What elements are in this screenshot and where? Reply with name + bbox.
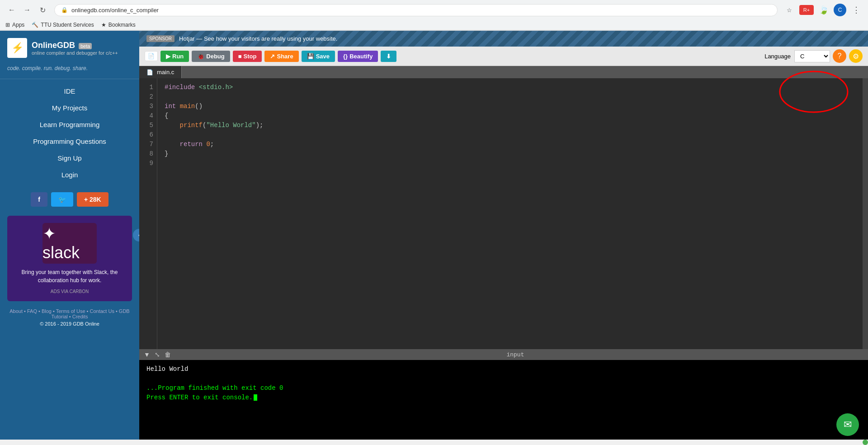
logo-icon: ⚡ — [7, 38, 27, 58]
ttu-label: TTU Student Services — [41, 22, 94, 28]
download-icon: ⬇ — [386, 53, 391, 60]
ads-via-label: ADS VIA CARBON — [51, 289, 89, 294]
sidebar-item-ide[interactable]: IDE — [0, 83, 139, 99]
bookmarks-bar: ⊞ Apps 🔨 TTU Student Services ★ Bookmark… — [0, 20, 868, 30]
console-container: ▼ ⤡ 🗑 input Hello World ...Program finis… — [139, 349, 868, 440]
logo-lightning: ⚡ — [11, 42, 24, 54]
logo-area: ⚡ OnlineGDB beta online compiler and deb… — [0, 31, 139, 62]
console-collapse-button[interactable]: ▼ — [144, 351, 150, 358]
console-line-exit: ...Program finished with exit code 0 — [146, 383, 861, 393]
sidebar-item-login[interactable]: Login — [0, 166, 139, 183]
console-output: Hello World ...Program finished with exi… — [139, 360, 868, 440]
slack-ad: ✦ slack Bring your team together with Sl… — [7, 216, 132, 301]
console-line-hello: Hello World — [146, 365, 861, 374]
menu-button[interactable]: ⋮ — [850, 4, 863, 16]
logo-beta: beta — [79, 43, 92, 49]
share-icon: ↗ — [270, 53, 275, 60]
file-tabs: 📄 main.c — [139, 66, 868, 78]
slack-ad-text: Bring your team together with Slack, the… — [14, 268, 125, 284]
chat-icon: ✉ — [844, 419, 852, 431]
file-icon: 📄 — [146, 69, 153, 76]
help-button[interactable]: ? — [833, 49, 846, 63]
share-button[interactable]: ↗ Share — [264, 51, 298, 62]
copyright: © 2016 - 2019 GDB Online — [7, 321, 132, 327]
sidebar-item-programming-questions[interactable]: Programming Questions — [0, 133, 139, 150]
apps-label: Apps — [12, 22, 24, 28]
console-clear-button[interactable]: 🗑 — [165, 351, 171, 358]
save-button[interactable]: 💾 Save — [302, 51, 335, 62]
slack-hash-icon: ✦ slack — [42, 224, 97, 262]
extension-leaf-button[interactable]: 🍃 — [817, 4, 830, 16]
slack-logo: ✦ slack — [42, 223, 97, 264]
download-button[interactable]: ⬇ — [381, 51, 396, 62]
reload-button[interactable]: ↻ — [36, 4, 49, 16]
sidebar-tagline: code. compile. run. debug. share. — [0, 62, 139, 79]
address-bar[interactable]: 🔒 onlinegdb.com/online_c_compiler — [54, 4, 778, 16]
extension-r-button[interactable]: R+ — [799, 5, 814, 15]
sidebar-item-my-projects[interactable]: My Projects — [0, 99, 139, 116]
bookmark-apps[interactable]: ⊞ Apps — [5, 22, 24, 28]
editor-container: 📄 main.c 1 2 3 4 5 6 7 8 9 #include <std… — [139, 66, 868, 440]
save-icon: 💾 — [307, 53, 314, 60]
sidebar-item-sign-up[interactable]: Sign Up — [0, 150, 139, 166]
star-button[interactable]: ☆ — [783, 4, 796, 16]
new-file-button[interactable]: 📄 — [145, 51, 158, 61]
forward-button[interactable]: → — [21, 4, 33, 16]
sidebar-item-learn-programming[interactable]: Learn Programming — [0, 116, 139, 133]
nav-buttons: ← → ↻ — [5, 4, 49, 16]
bookmarks-label: Bookmarks — [108, 22, 136, 28]
editor-toolbar: 📄 ▶ Run 🐞 Debug ■ Stop ↗ Share 💾 Save — [139, 47, 868, 66]
sidebar-nav: IDE My Projects Learn Programming Progra… — [0, 79, 139, 187]
browser-chrome: ← → ↻ 🔒 onlinegdb.com/online_c_compiler … — [0, 0, 868, 31]
sidebar: ⚡ OnlineGDB beta online compiler and deb… — [0, 31, 139, 440]
settings-button[interactable]: ⚙ — [849, 49, 863, 63]
file-tab-main[interactable]: 📄 main.c — [139, 66, 182, 78]
user-avatar-button[interactable]: C — [834, 4, 846, 16]
console-line-press: Press ENTER to exit console. — [146, 393, 861, 402]
star-bookmark-icon: ★ — [101, 22, 106, 28]
debug-icon: 🐞 — [197, 53, 204, 60]
plus-count-button[interactable]: + 28K — [77, 192, 108, 207]
content-area: SPONSOR Hotjar — See how your visitors a… — [139, 31, 868, 440]
back-button[interactable]: ← — [5, 4, 18, 16]
lock-icon: 🔒 — [61, 7, 68, 13]
beautify-button[interactable]: {} Beautify — [338, 51, 378, 62]
run-icon: ▶ — [166, 53, 170, 60]
stop-button[interactable]: ■ Stop — [233, 51, 262, 62]
beautify-icon: {} — [343, 53, 348, 60]
ttu-icon: 🔨 — [32, 22, 38, 28]
sponsor-bar: SPONSOR Hotjar — See how your visitors a… — [139, 31, 868, 47]
logo-text: OnlineGDB beta online compiler and debug… — [32, 41, 118, 56]
language-select[interactable]: C C++ Python Java — [794, 50, 830, 62]
bookmark-ttu[interactable]: 🔨 TTU Student Services — [32, 22, 94, 28]
debug-button[interactable]: 🐞 Debug — [192, 51, 230, 62]
chat-bubble-button[interactable]: ✉ — [836, 413, 859, 436]
footer-links: About • FAQ • Blog • Terms of Use • Cont… — [7, 308, 132, 319]
run-button[interactable]: ▶ Run — [160, 51, 189, 62]
url-text: onlinegdb.com/online_c_compiler — [71, 7, 159, 14]
language-label: Language — [764, 53, 791, 60]
editor-scrollbar[interactable] — [863, 78, 868, 349]
line-numbers: 1 2 3 4 5 6 7 8 9 — [139, 78, 157, 349]
console-input-label: input — [175, 351, 855, 358]
bookmark-bookmarks[interactable]: ★ Bookmarks — [101, 22, 136, 28]
browser-actions: ☆ R+ 🍃 C ⋮ — [783, 4, 863, 16]
stop-icon: ■ — [238, 53, 242, 60]
main-container: ⚡ OnlineGDB beta online compiler and deb… — [0, 31, 868, 440]
apps-icon: ⊞ — [5, 22, 10, 28]
sidebar-social: f 🐦 + 28K — [0, 187, 139, 212]
console-toolbar: ▼ ⤡ 🗑 input — [139, 349, 868, 360]
browser-toolbar: ← → ↻ 🔒 onlinegdb.com/online_c_compiler … — [0, 0, 868, 20]
logo-title: OnlineGDB beta — [32, 41, 118, 50]
twitter-button[interactable]: 🐦 — [51, 192, 73, 207]
console-expand-button[interactable]: ⤡ — [155, 351, 160, 358]
code-editor[interactable]: 1 2 3 4 5 6 7 8 9 #include <stdio.h> int… — [139, 78, 868, 349]
code-content[interactable]: #include <stdio.h> int main() { printf("… — [157, 78, 863, 349]
console-line-blank — [146, 374, 861, 383]
language-selector: Language C C++ Python Java — [764, 50, 830, 62]
sidebar-footer: About • FAQ • Blog • Terms of Use • Cont… — [0, 305, 139, 330]
sponsor-text: Hotjar — See how your visitors are reall… — [179, 35, 337, 42]
sidebar-collapse-button[interactable]: ‹ — [133, 229, 139, 241]
facebook-button[interactable]: f — [31, 192, 47, 207]
sponsor-badge: SPONSOR — [146, 35, 175, 42]
